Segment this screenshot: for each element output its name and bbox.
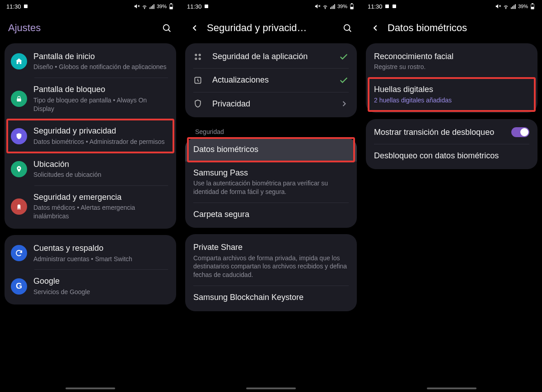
row-carpeta-segura[interactable]: Carpeta segura — [185, 203, 357, 226]
chevron-right-icon — [340, 99, 349, 108]
battery-icon — [529, 3, 536, 9]
security-card-biometrics: Datos biométricos Samsung Pass Use la au… — [185, 138, 357, 228]
row-title: Pantalla de bloqueo — [33, 84, 168, 95]
row-unlock-transition[interactable]: Mostrar transición de desbloqueo — [366, 121, 537, 144]
location-icon — [11, 161, 27, 177]
back-button[interactable] — [189, 22, 201, 34]
biometrics-list[interactable]: Reconocimiento facial Registre su rostro… — [361, 43, 542, 392]
back-button[interactable] — [369, 22, 381, 34]
row-blockchain-keystore[interactable]: Samsung Blockchain Keystore — [185, 286, 357, 309]
svg-rect-9 — [171, 4, 172, 4]
security-card-share: Private Share Comparta archivos de forma… — [185, 234, 357, 311]
row-title: Pantalla de inicio — [33, 51, 168, 62]
row-title: Datos biométricos — [193, 144, 349, 155]
row-google[interactable]: G Google Servicios de Google — [5, 270, 176, 302]
row-seguridad-privacidad[interactable]: Seguridad y privacidad Datos biométricos… — [5, 120, 176, 152]
svg-rect-20 — [332, 6, 332, 9]
row-privacy[interactable]: Privacidad — [185, 92, 357, 115]
check-icon — [339, 52, 349, 62]
row-app-security[interactable]: Seguridad de la aplicación — [185, 45, 357, 68]
row-title: Privacidad — [212, 99, 335, 109]
row-title: Actualizaciones — [212, 75, 334, 85]
battery-pct: 39% — [337, 4, 347, 9]
svg-rect-22 — [334, 4, 335, 9]
svg-rect-40 — [514, 5, 514, 9]
row-sub: Diseño • Globos de notificación de aplic… — [33, 63, 168, 71]
settings-card-1: Pantalla de inicio Diseño • Globos de no… — [5, 43, 176, 229]
notif-icon — [23, 4, 28, 9]
row-face-recognition[interactable]: Reconocimiento facial Registre su rostro… — [366, 45, 537, 78]
row-private-share[interactable]: Private Share Comparta archivos de forma… — [185, 236, 357, 286]
row-fingerprints[interactable]: Huellas digitales 2 huellas digitales añ… — [366, 78, 537, 111]
status-time: 11:30 — [6, 3, 21, 10]
row-sub: Administrar cuentas • Smart Switch — [33, 255, 168, 263]
row-samsung-pass[interactable]: Samsung Pass Use la autenticación biomét… — [185, 161, 357, 203]
svg-rect-15 — [205, 5, 208, 8]
toggle-unlock-transition[interactable] — [511, 127, 529, 137]
row-seguridad-emergencia[interactable]: Seguridad y emergencia Datos médicos • A… — [5, 186, 176, 227]
lock-icon — [11, 91, 27, 107]
svg-point-26 — [344, 25, 350, 31]
svg-rect-24 — [351, 4, 353, 4]
battery-icon — [349, 3, 355, 9]
svg-rect-43 — [532, 4, 533, 4]
row-title: Carpeta segura — [193, 209, 349, 220]
battery-pct: 39% — [157, 4, 167, 9]
security-list[interactable]: Seguridad de la aplicación Actualizacion… — [181, 43, 361, 392]
row-ubicacion[interactable]: Ubicación Solicitudes de ubicación — [5, 153, 176, 185]
header: Datos biométricos — [361, 13, 542, 43]
row-cuentas-respaldo[interactable]: Cuentas y respaldo Administrar cuentas •… — [5, 237, 176, 269]
svg-rect-6 — [152, 5, 153, 9]
svg-rect-44 — [531, 7, 534, 9]
notif-icon — [384, 4, 390, 9]
wifi-icon — [503, 3, 509, 9]
search-button[interactable] — [341, 22, 353, 34]
search-button[interactable] — [161, 22, 173, 34]
status-time: 11:30 — [187, 3, 202, 10]
security-top-card: Seguridad de la aplicación Actualizacion… — [185, 43, 357, 117]
battery-icon — [168, 3, 174, 9]
status-bar: 11:30 39% — [181, 0, 361, 13]
svg-rect-41 — [515, 4, 516, 9]
svg-line-12 — [168, 30, 171, 32]
nav-pill[interactable] — [427, 387, 477, 389]
svg-rect-19 — [330, 7, 331, 9]
settings-list[interactable]: Pantalla de inicio Diseño • Globos de no… — [0, 43, 181, 392]
nav-pill[interactable] — [65, 387, 115, 389]
row-sub: Servicios de Google — [33, 288, 168, 296]
row-title: Seguridad y emergencia — [33, 192, 168, 203]
row-title: Desbloqueo con datos biométricos — [374, 151, 529, 161]
row-sub: Tipo de bloqueo de pantalla • Always On … — [33, 96, 168, 113]
status-time: 11:30 — [368, 3, 383, 10]
row-pantalla-inicio[interactable]: Pantalla de inicio Diseño • Globos de no… — [5, 45, 176, 78]
svg-rect-0 — [24, 5, 28, 8]
section-label-seguridad: Seguridad — [185, 124, 357, 138]
row-title: Seguridad de la aplicación — [212, 51, 334, 62]
row-title: Cuentas y respaldo — [33, 243, 168, 254]
row-title: Seguridad y privacidad — [33, 126, 168, 136]
header: Seguridad y privacid… — [181, 13, 361, 43]
row-datos-biometricos[interactable]: Datos biométricos — [185, 138, 357, 161]
page-title: Datos biométricos — [388, 22, 534, 34]
svg-point-14 — [18, 167, 19, 169]
row-sub: 2 huellas digitales añadidas — [374, 96, 529, 105]
row-title: Private Share — [193, 242, 349, 253]
notif-icon-2 — [392, 4, 397, 9]
status-bar: 11:30 39% — [361, 0, 542, 13]
mute-icon — [495, 3, 501, 9]
svg-point-3 — [144, 8, 145, 9]
row-biometric-unlock[interactable]: Desbloqueo con datos biométricos — [366, 144, 537, 167]
row-sub: Comparta archivos de forma privada, impi… — [193, 254, 349, 280]
google-icon: G — [11, 278, 27, 295]
page-title: Ajustes — [8, 22, 154, 34]
svg-rect-39 — [512, 6, 513, 9]
wifi-icon — [141, 3, 148, 9]
signal-icon — [510, 3, 517, 9]
row-updates[interactable]: Actualizaciones — [185, 69, 357, 92]
svg-point-29 — [199, 54, 201, 55]
row-pantalla-bloqueo[interactable]: Pantalla de bloqueo Tipo de bloqueo de p… — [5, 78, 176, 119]
battery-pct: 39% — [518, 4, 528, 9]
svg-rect-34 — [392, 5, 396, 8]
nav-pill[interactable] — [246, 387, 296, 389]
row-sub: Use la autenticación biométrica para ver… — [193, 179, 349, 196]
